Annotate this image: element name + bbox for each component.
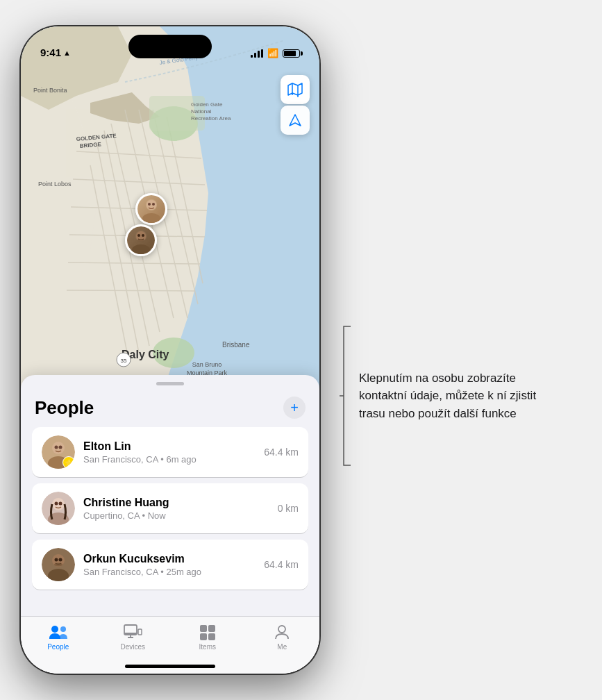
person-avatar-1: ⭐ [42,435,75,469]
phone-screen: 9:41 ▲ 📶 [21,26,319,674]
tab-me[interactable]: Me [245,624,320,651]
sheet-header: People + [21,385,319,427]
home-indicator [125,665,215,668]
items-tab-icon [199,624,217,640]
bottom-sheet: People + [21,375,319,674]
svg-text:Brisbane: Brisbane [222,341,250,349]
tab-items-label: Items [199,643,216,651]
svg-point-60 [54,563,62,567]
person-item[interactable]: ⭐ Elton Lin San Francisco, CA • 6m ago 6… [32,427,308,478]
person-name-3: Orkun Kucuksevim [83,553,264,565]
svg-point-43 [142,234,144,237]
person-distance-3: 64.4 km [264,559,299,570]
svg-point-47 [55,446,58,449]
map-pin-avatar2 [127,226,155,254]
devices-tab-icon [123,624,142,640]
svg-point-35 [142,213,160,223]
tab-devices-label: Devices [120,643,145,651]
map-icon [287,82,303,97]
svg-text:35: 35 [121,358,127,364]
map-controls [281,75,310,135]
map-pin-person2[interactable] [125,224,157,256]
signal-bars-icon [251,49,263,58]
battery-icon [283,49,300,58]
svg-point-40 [132,244,150,254]
svg-point-57 [55,558,58,562]
person-distance-2: 0 km [278,503,299,514]
svg-text:Golden Gate: Golden Gate [191,101,223,108]
svg-rect-70 [200,633,207,640]
maps-button[interactable] [281,75,310,104]
location-arrow-icon [288,113,302,127]
person-item[interactable]: Orkun Kucuksevim San Francisco, CA • 25m… [32,540,308,590]
svg-point-52 [55,502,58,506]
tab-me-label: Me [277,643,287,651]
person-name-1: Elton Lin [83,440,264,453]
svg-point-38 [152,203,155,206]
me-tab-icon [274,624,290,640]
annotation-text: Klepnutím na osobu zobrazíte kontaktní ú… [353,369,548,423]
add-person-button[interactable]: + [283,397,306,419]
person-name-2: Christine Huang [83,497,278,509]
svg-point-37 [148,203,151,206]
svg-text:National: National [191,108,212,115]
person-item[interactable]: Christine Huang Cupertino, CA • Now 0 km [32,483,308,534]
svg-text:San Bruno: San Bruno [192,361,222,368]
svg-point-42 [137,234,140,237]
map-pin-avatar1 [137,195,165,223]
status-icons: 📶 [251,48,300,58]
svg-point-58 [59,558,62,562]
tab-devices[interactable]: Devices [96,624,171,651]
person-avatar-3 [42,548,75,581]
svg-rect-71 [208,633,215,640]
phone-frame: 9:41 ▲ 📶 [21,26,319,674]
person-info-2: Christine Huang Cupertino, CA • Now [83,497,278,521]
person-location-2: Cupertino, CA • Now [83,510,278,521]
map-pin-person1[interactable] [135,193,167,225]
svg-point-48 [59,446,62,449]
person-avatar-2 [42,492,75,525]
svg-point-46 [52,442,65,454]
svg-point-53 [59,502,62,506]
annotation-area: Klepnutím na osobu zobrazíte kontaktní ú… [338,319,588,472]
location-arrow-icon: ▲ [63,49,71,57]
svg-text:Point Bonita: Point Bonita [33,87,67,94]
people-tab-icon [48,624,69,640]
svg-point-72 [278,626,285,633]
svg-line-10 [67,290,194,291]
svg-point-62 [60,626,66,632]
star-badge: ⭐ [62,456,75,469]
people-list: ⭐ Elton Lin San Francisco, CA • 6m ago 6… [21,427,319,590]
person-info-3: Orkun Kucuksevim San Francisco, CA • 25m… [83,553,264,577]
tab-items[interactable]: Items [170,624,245,651]
map-area[interactable]: Daly City Brisbane San Bruno Mountain Pa… [21,26,319,429]
phone-wrapper: 9:41 ▲ 📶 [0,0,602,700]
person-location-1: San Francisco, CA • 6m ago [83,454,264,465]
tab-people-label: People [47,643,69,651]
dynamic-island [128,35,212,58]
wifi-icon: 📶 [267,48,278,58]
svg-rect-69 [208,625,215,632]
sheet-title: People [35,397,94,419]
svg-point-51 [52,498,65,510]
person-info-1: Elton Lin San Francisco, CA • 6m ago [83,440,264,465]
tab-people[interactable]: People [21,624,96,651]
person-location-3: San Francisco, CA • 25m ago [83,567,264,577]
svg-point-61 [51,626,58,633]
map-svg: Daly City Brisbane San Bruno Mountain Pa… [21,26,319,429]
svg-rect-68 [200,625,207,632]
location-button[interactable] [281,106,310,135]
svg-text:Point Lobos: Point Lobos [38,181,72,188]
svg-rect-67 [138,629,142,635]
person-distance-1: 64.4 km [264,447,299,458]
status-time: 9:41 [40,47,61,58]
svg-text:Recreation Area: Recreation Area [191,115,231,122]
annotation-bracket [338,319,353,472]
svg-point-44 [137,239,144,242]
